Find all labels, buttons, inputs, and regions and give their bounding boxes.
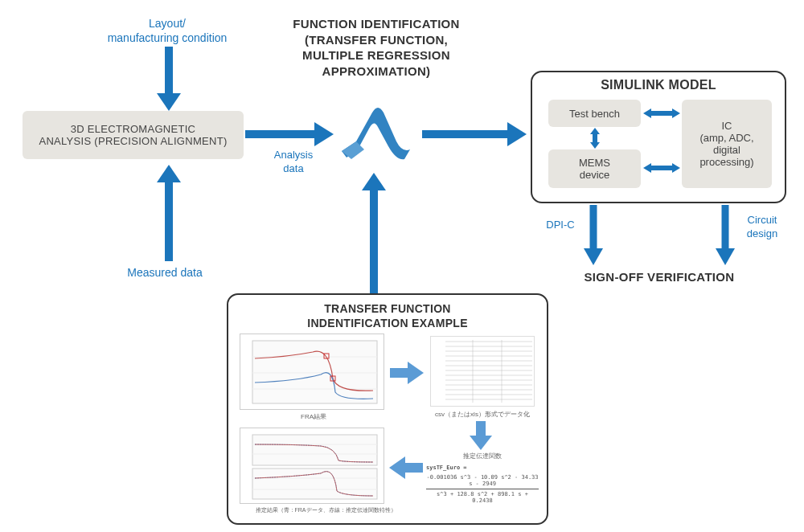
- circuit-design-label: Circuitdesign: [738, 214, 786, 241]
- svg-marker-7: [507, 122, 527, 146]
- svg-marker-15: [590, 142, 600, 149]
- arrow-fra-to-csv: [390, 362, 424, 384]
- svg-marker-12: [672, 108, 680, 118]
- function-id-heading: FUNCTION IDENTIFICATION(TRANSFER FUNCTIO…: [264, 16, 489, 79]
- arrow-layout-to-3d: [157, 47, 181, 111]
- svg-rect-49: [252, 469, 377, 499]
- arrow-measured-to-3d: [157, 165, 181, 261]
- formula-line1: sysTF_Euro =: [426, 464, 539, 471]
- svg-marker-22: [716, 248, 735, 265]
- arrow-testbench-mems: [588, 128, 602, 149]
- transfer-fn-caption: 推定伝達関数: [446, 452, 519, 460]
- signoff-heading: SIGN-OFF VERIFICATION: [563, 269, 756, 285]
- arrow-matlab-to-simulink: [422, 122, 527, 146]
- svg-marker-5: [314, 122, 334, 146]
- svg-marker-9: [362, 173, 386, 190]
- svg-rect-44: [390, 368, 409, 378]
- example-heading: TRANSFER FUNCTIONINDENTIFICATION EXAMPLE: [227, 301, 548, 330]
- formula-box: sysTF_Euro = -0.001036 s^3 - 10.09 s^2 -…: [426, 464, 539, 504]
- csv-caption: csv（またはxls）形式でデータ化: [418, 410, 547, 419]
- arrow-ic-down: [716, 205, 735, 265]
- svg-rect-46: [476, 421, 486, 437]
- estimation-caption: 推定結果（青：FRAデータ、赤線：推定伝達関数特性）: [237, 506, 414, 514]
- svg-marker-17: [643, 163, 651, 173]
- svg-marker-11: [643, 108, 651, 118]
- svg-marker-3: [157, 165, 181, 182]
- ic-box: IC(amp, ADC,digitalprocessing): [682, 100, 772, 188]
- svg-marker-1: [157, 93, 181, 111]
- svg-rect-48: [252, 435, 377, 465]
- analysis-data-label: Analysisdata: [265, 149, 322, 176]
- svg-rect-23: [252, 341, 377, 403]
- arrow-mems-ic: [643, 161, 680, 175]
- formula-line3: s^3 + 128.8 s^2 + 898.1 s + 0.2438: [426, 491, 539, 504]
- mems-box: MEMSdevice: [548, 149, 641, 188]
- arrow-testbench-ic: [643, 106, 680, 121]
- simulink-heading: SIMULINK MODEL: [531, 77, 786, 94]
- fra-caption: FRA結果: [281, 412, 346, 421]
- arrow-3d-to-matlab: [245, 122, 334, 146]
- formula-line2: -0.001036 s^3 - 10.09 s^2 - 34.33 s - 29…: [426, 474, 539, 487]
- analysis-3d-box: 3D ELECTROMAGNETICANALYSIS (PRECISION AL…: [23, 111, 244, 159]
- layout-condition-label: Layout/manufacturing condition: [95, 16, 240, 45]
- svg-marker-14: [590, 128, 600, 134]
- arrow-example-to-matlab: [362, 173, 386, 293]
- fra-plot: [240, 334, 384, 410]
- svg-rect-54: [404, 463, 423, 473]
- svg-marker-47: [470, 436, 492, 450]
- svg-marker-20: [584, 248, 603, 265]
- test-bench-box: Test bench: [548, 100, 641, 127]
- measured-data-label: Measured data: [117, 265, 213, 280]
- matlab-icon: [334, 103, 414, 167]
- arrow-csv-to-formula: [470, 421, 492, 450]
- dpi-c-label: DPI-C: [540, 219, 580, 232]
- svg-marker-55: [389, 456, 405, 479]
- csv-data-box: [430, 336, 535, 407]
- svg-marker-18: [672, 163, 680, 173]
- estimation-plot: [240, 428, 384, 504]
- svg-marker-45: [408, 362, 424, 384]
- arrow-mems-down: [584, 205, 603, 265]
- arrow-formula-to-plot: [389, 456, 423, 479]
